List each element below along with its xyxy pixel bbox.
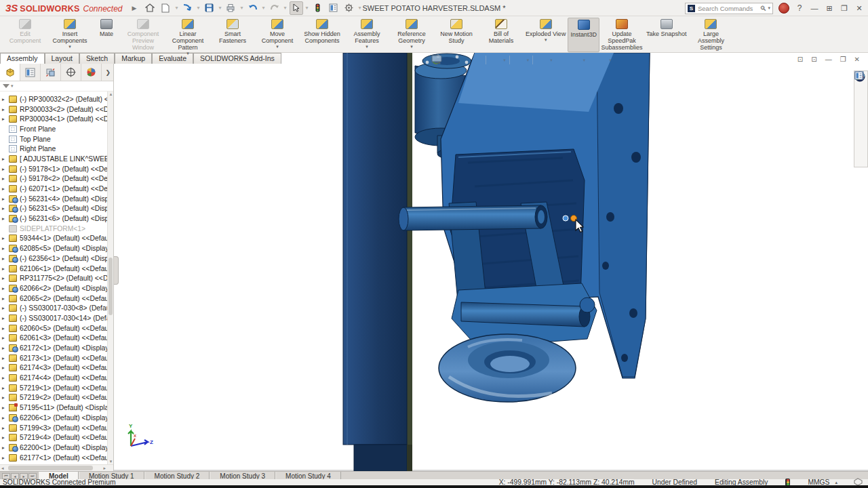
ribbon-button[interactable]: Move Component ▾	[255, 18, 300, 52]
expand-arrow-icon[interactable]: ▸	[2, 156, 9, 162]
ribbon-button[interactable]: Linear Component Pattern ▾	[165, 18, 210, 52]
chevron-down-icon[interactable]: ▾	[527, 58, 530, 63]
save-icon[interactable]	[202, 1, 216, 15]
expand-arrow-icon[interactable]: ▸	[2, 405, 9, 411]
expand-arrow-icon[interactable]: ▸	[2, 205, 9, 211]
print-icon[interactable]	[224, 1, 237, 15]
home-icon[interactable]	[143, 1, 157, 15]
expand-arrow-icon[interactable]: ▸	[2, 335, 9, 341]
expand-arrow-icon[interactable]: ▸	[2, 325, 9, 331]
expand-arrow-icon[interactable]: ▸	[2, 434, 9, 441]
tree-item[interactable]: ▸ 62066<2> (Default) <Display State-	[0, 283, 107, 293]
ribbon-button[interactable]: Reference Geometry ▾	[389, 18, 434, 52]
tree-item[interactable]: ▸ (-) 62356<1> (Default) <Display Sta	[0, 253, 107, 264]
tree-item[interactable]: ▸ 57199<3> (Default) <<Default>_Di	[0, 423, 107, 433]
tree-item[interactable]: ▸ 62172<1> (Default) <Display State-	[0, 343, 107, 353]
ribbon-button[interactable]: Component Preview Window	[121, 18, 165, 52]
tree-item[interactable]: ▸ (-) RP300032<2> (Default) <<Default	[0, 94, 107, 104]
expand-arrow-icon[interactable]: ▸	[2, 385, 9, 391]
custom-properties-icon[interactable]	[855, 154, 867, 165]
tree-item[interactable]: Right Plane	[0, 144, 107, 154]
tree-item[interactable]: Top Plane	[0, 134, 107, 144]
ribbon-button[interactable]: Instant3D	[568, 18, 599, 52]
command-tab[interactable]: Markup	[115, 53, 152, 64]
tree-item[interactable]: ▸ (-) 56231<6> (Default) <Display Sta	[0, 214, 107, 224]
expand-arrow-icon[interactable]: ▸	[2, 394, 9, 401]
tree-item[interactable]: ▸ 57219<2> (Default) <<Default>_Di	[0, 393, 107, 403]
apply-scene-icon[interactable]	[570, 55, 580, 65]
doc-minimize-icon[interactable]: —	[825, 56, 832, 63]
tree-item[interactable]: ▸ [ ADJUSTABLE LINK^SWEET POTAT	[0, 154, 107, 164]
undo-icon[interactable]	[246, 1, 260, 15]
ribbon-button[interactable]: Bill of Materials	[479, 18, 524, 52]
chevron-down-icon[interactable]: ▾	[186, 51, 189, 56]
tab-propertymanager[interactable]	[20, 64, 41, 81]
chevron-down-icon[interactable]: ▾	[609, 58, 612, 63]
chevron-down-icon[interactable]: ▾	[359, 5, 361, 11]
user-avatar[interactable]	[778, 3, 789, 14]
chevron-down-icon[interactable]: ▾	[545, 37, 547, 42]
tree-item[interactable]: ▸ 57219<4> (Default) <<Default>_Di	[0, 432, 107, 443]
appearances-icon[interactable]	[855, 140, 867, 152]
view-orientation-icon[interactable]	[490, 55, 500, 65]
ribbon-button[interactable]: Update SpeedPak Subassemblies	[599, 18, 644, 52]
chevron-down-icon[interactable]: ▾	[11, 83, 14, 89]
ribbon-button[interactable]: Exploded View ▾	[524, 18, 568, 52]
tree-item[interactable]: ▸ (-) SS030017-030<14> (Default) <<	[0, 313, 107, 323]
tree-item[interactable]: ▸ 59344<1> (Default) <<Default>_Di	[0, 234, 107, 244]
tree-item[interactable]: ▸ (-) SS030017-030<8> (Default) <<D	[0, 303, 107, 313]
expand-arrow-icon[interactable]: ▸	[2, 176, 9, 182]
expand-arrow-icon[interactable]: ▸	[2, 455, 9, 461]
tree-item[interactable]: ▸ (-) 59178<2> (Default) <<Default>	[0, 174, 107, 184]
previous-view-icon[interactable]	[458, 55, 469, 65]
tab-displaymanager[interactable]	[81, 64, 102, 81]
zoom-area-icon[interactable]	[445, 55, 455, 65]
graphics-viewport[interactable]: Y Z X ▾ ▾ ▾ ▾ ▾	[114, 53, 868, 471]
expand-arrow-icon[interactable]: ▸	[2, 216, 9, 222]
expand-arrow-icon[interactable]: ▸	[2, 275, 9, 281]
display-style-icon[interactable]	[513, 55, 524, 65]
ribbon-button[interactable]: New Motion Study	[434, 18, 479, 52]
trash-icon[interactable]	[855, 100, 867, 111]
minimize-button[interactable]: —	[810, 4, 819, 12]
expand-pane-icon[interactable]: ❯	[102, 64, 113, 81]
expand-arrow-icon[interactable]: ▸	[2, 256, 9, 262]
tree-item[interactable]: ▸ 62065<2> (Default) <<Default>_Di	[0, 293, 107, 304]
options-gear-icon[interactable]	[342, 1, 356, 15]
tree-item[interactable]: ▸ 62085<5> (Default) <Display State-	[0, 243, 107, 253]
chevron-down-icon[interactable]: ▾	[197, 5, 199, 11]
select-tool-icon[interactable]	[290, 1, 303, 15]
chevron-down-icon[interactable]: ▾	[503, 58, 506, 63]
expand-arrow-icon[interactable]: ▸	[2, 245, 9, 251]
tree-item[interactable]: ▸ 62173<1> (Default) <<Default>_Di	[0, 353, 107, 363]
chevron-down-icon[interactable]: ▾	[583, 58, 586, 63]
section-view-icon[interactable]	[472, 55, 482, 65]
chevron-down-icon[interactable]: ▾	[276, 44, 279, 49]
expand-arrow-icon[interactable]: ▸	[2, 305, 9, 311]
command-tab[interactable]: Sketch	[79, 53, 115, 64]
expand-arrow-icon[interactable]: ▸	[2, 235, 9, 241]
help-icon[interactable]: ?	[795, 3, 804, 13]
expand-arrow-icon[interactable]: ▸	[2, 345, 9, 351]
tree-item[interactable]: ▸ RP300034<1> (Default) <<Def	[0, 114, 107, 124]
ribbon-button[interactable]: Smart Fasteners	[210, 18, 255, 52]
tree-item[interactable]: ▸ 62060<5> (Default) <<Default>_Di	[0, 323, 107, 333]
tree-item[interactable]: ▸ RP300033<2> (Default) <<Def	[0, 104, 107, 115]
tree-item[interactable]: ▸ 62206<1> (Default) <Display State-	[0, 413, 107, 423]
tab-dimxpertmanager[interactable]	[61, 64, 81, 81]
ribbon-button[interactable]: Assembly Features ▾	[344, 18, 389, 52]
panel-splitter-handle[interactable]	[114, 256, 119, 285]
ribbon-button[interactable]: Edit Component	[3, 18, 47, 52]
ribbon-button[interactable]: Take Snapshot	[644, 18, 689, 52]
home-icon[interactable]	[855, 86, 867, 98]
chevron-up-icon[interactable]: ▴	[835, 480, 837, 485]
tree-item[interactable]: ▸ (-) 59178<1> (Default) <<Default>	[0, 164, 107, 174]
expand-arrow-icon[interactable]: ▸	[2, 425, 9, 431]
expand-arrow-icon[interactable]: ▸	[2, 415, 9, 421]
tree-item[interactable]: ▸ 57195<11> (Default) <Display Stat	[0, 403, 107, 413]
doc-restore-icon[interactable]: ❐	[840, 56, 846, 63]
expand-arrow-icon[interactable]: ▸	[2, 266, 9, 272]
ribbon-button[interactable]: Show Hidden Components	[300, 18, 344, 52]
new-document-icon[interactable]	[159, 1, 172, 15]
doc-close-icon[interactable]: ✕	[854, 56, 860, 63]
